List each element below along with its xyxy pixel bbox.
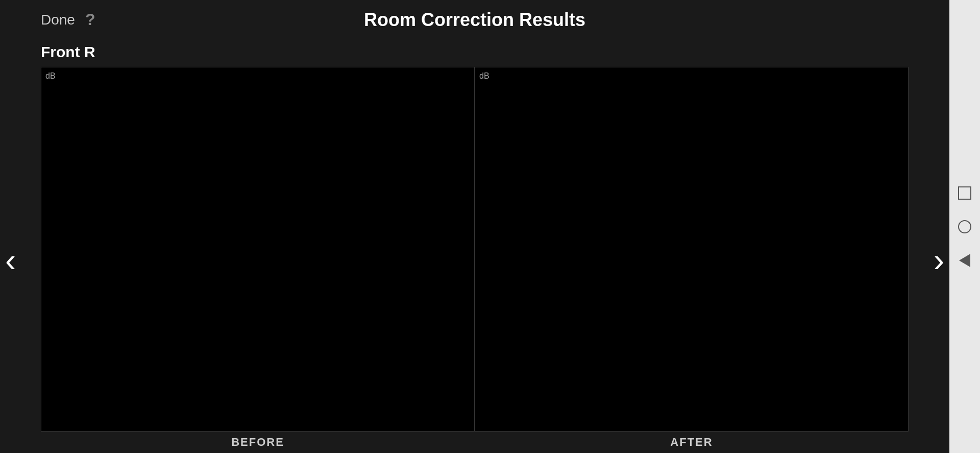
circle-icon bbox=[958, 220, 971, 233]
before-chart-canvas bbox=[41, 67, 474, 431]
square-icon-button[interactable] bbox=[955, 184, 974, 202]
circle-icon-button[interactable] bbox=[955, 218, 974, 236]
prev-arrow-button[interactable]: ‹ bbox=[5, 241, 16, 279]
triangle-left-icon bbox=[959, 254, 970, 267]
square-icon bbox=[958, 186, 971, 200]
before-chart-label: BEFORE bbox=[41, 432, 475, 453]
page-title: Room Correction Results bbox=[364, 9, 585, 31]
charts-row: ‹ dB BEFORE dB AFTER › bbox=[41, 67, 909, 453]
header: Done ? Room Correction Results bbox=[41, 0, 909, 34]
done-button[interactable]: Done bbox=[41, 12, 75, 28]
main-content: Done ? Room Correction Results Front R ‹… bbox=[0, 0, 949, 453]
after-chart-canvas bbox=[475, 67, 908, 431]
after-chart-wrapper: dB bbox=[475, 67, 909, 432]
before-chart-wrapper: dB bbox=[41, 67, 475, 432]
back-icon-button[interactable] bbox=[955, 251, 974, 270]
help-button[interactable]: ? bbox=[85, 10, 95, 29]
right-sidebar bbox=[949, 0, 980, 453]
before-db-label: dB bbox=[45, 71, 56, 81]
after-chart-container: dB AFTER bbox=[475, 67, 909, 453]
speaker-label: Front R bbox=[41, 43, 909, 61]
next-arrow-button[interactable]: › bbox=[934, 241, 944, 279]
before-chart-container: dB BEFORE bbox=[41, 67, 475, 453]
after-db-label: dB bbox=[479, 71, 489, 81]
after-chart-label: AFTER bbox=[475, 432, 909, 453]
